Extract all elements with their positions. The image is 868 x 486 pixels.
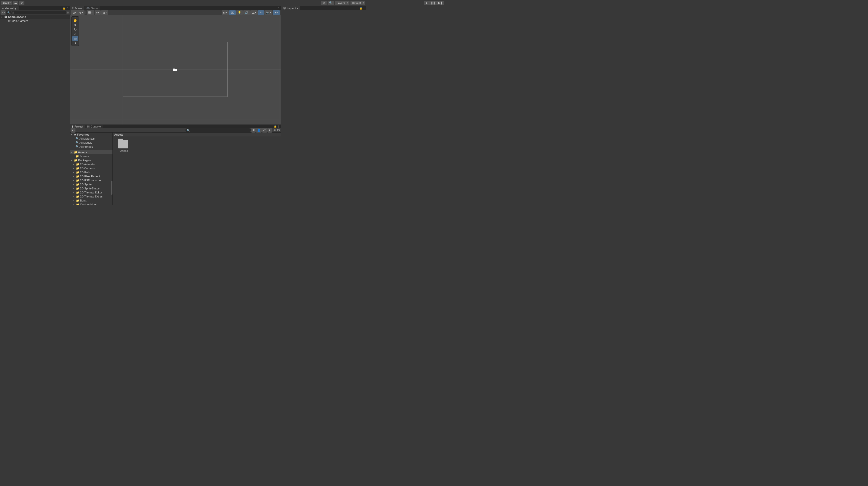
package-row[interactable]: ▸📁2D Tilemap Editor (70, 190, 113, 194)
grid-snap-button[interactable]: 𐄳▾ (87, 10, 94, 15)
rect-tool-button[interactable]: ▭ (72, 36, 78, 41)
package-row[interactable]: ▸📁Custom NUnit (70, 202, 113, 205)
expand-arrow-icon[interactable]: ▸ (73, 163, 75, 165)
camera-gizmo-icon[interactable] (173, 68, 177, 72)
lighting-button[interactable]: 💡 (236, 10, 243, 15)
kebab-icon[interactable]: ⋮ (277, 7, 280, 9)
handle-rotation-button[interactable]: ⊕▾ (78, 10, 85, 15)
scale-tool-button[interactable]: ⤢ (72, 32, 78, 36)
assets-row[interactable]: ▾ 📁 Assets (70, 150, 113, 154)
favorite-label: All Models (80, 141, 92, 144)
services-button[interactable]: ⚙ (19, 1, 24, 5)
snap-increment-button[interactable]: ⌗▾ (95, 10, 101, 15)
favorite-all-prefabs[interactable]: 🔍All Prefabs (70, 144, 113, 149)
lock-icon[interactable]: 🔓 (63, 7, 66, 9)
favorite-all-materials[interactable]: 🔍All Materials (70, 137, 113, 141)
gameobject-main-camera[interactable]: Main Camera (0, 19, 70, 23)
expand-arrow-icon[interactable]: ▾ (71, 159, 73, 162)
fx-button[interactable]: ☁▾ (250, 10, 258, 15)
folder-item-scenes[interactable]: Scenes (115, 139, 132, 154)
expand-arrow-icon[interactable]: ▸ (73, 203, 75, 205)
package-row[interactable]: ▸📁2D PSD Importer (70, 179, 113, 182)
debug-draw-button[interactable]: ◐▾ (222, 10, 229, 15)
expand-arrow-icon[interactable]: ▸ (73, 199, 75, 202)
rotate-tool-button[interactable]: ↻ (72, 27, 78, 32)
package-row[interactable]: ▸📁2D Animation (70, 162, 113, 166)
scene-menu-icon[interactable]: ⋮ (66, 15, 68, 19)
package-row[interactable]: ▸📁2D Sprite (70, 182, 113, 186)
lock-icon[interactable]: 🔓 (274, 125, 277, 128)
expand-arrow-icon[interactable]: ▾ (71, 134, 73, 136)
favorite-all-models[interactable]: 🔍All Models (70, 141, 113, 144)
package-row[interactable]: ▸📁2D Path (70, 170, 113, 174)
expand-arrow-icon[interactable]: ▾ (1, 16, 3, 18)
gizmos-button[interactable]: ✦▾ (273, 10, 280, 15)
tab-inspector[interactable]: ⓘ Inspector (281, 6, 300, 10)
package-row[interactable]: ▸📁2D SpriteShape (70, 186, 113, 190)
package-row[interactable]: ▸📁2D Pixel Perfect (70, 174, 113, 179)
scene-row[interactable]: ▾ SampleScene ⋮ (0, 15, 70, 19)
kebab-icon[interactable]: ⋮ (363, 7, 365, 9)
expand-arrow-icon[interactable]: ▸ (73, 191, 75, 194)
hand-tool-button[interactable]: ✋ (72, 18, 78, 23)
eye-off-icon: 👁 (274, 129, 276, 132)
hierarchy-search-input[interactable] (6, 10, 66, 14)
hidden-indicator[interactable]: 👁 23 (274, 129, 280, 132)
expand-arrow-icon[interactable]: ▸ (73, 167, 75, 169)
add-dropdown[interactable]: +▾ (1, 10, 5, 15)
visibility-button[interactable]: 👁 (258, 10, 264, 15)
breadcrumb[interactable]: Assets (113, 133, 281, 137)
lock-icon[interactable]: 🔓 (359, 7, 362, 9)
expand-arrow-icon[interactable]: ▸ (73, 180, 75, 182)
scene-viewport[interactable]: ═ ✋ ✥ ↻ ⤢ ▭ ✦ (70, 15, 281, 125)
move-tool-button[interactable]: ✥ (72, 23, 78, 27)
search-scope-button[interactable]: ⊞ (251, 128, 256, 133)
hierarchy-tree: ▾ SampleScene ⋮ Main Camera (0, 15, 70, 23)
label-filter-button[interactable]: 🏷 (262, 128, 267, 133)
lightbulb-icon: 💡 (238, 11, 241, 14)
package-row[interactable]: ▸📁2D Common (70, 166, 113, 170)
save-search-button[interactable]: ★ (268, 128, 272, 133)
packages-row[interactable]: ▾ 📁 Packages (70, 158, 113, 162)
folder-icon: 📁 (76, 171, 80, 174)
folder-grid[interactable]: Scenes (113, 137, 281, 205)
add-asset-dropdown[interactable]: +▾ (71, 128, 75, 133)
camera-button[interactable]: 📷▾ (265, 10, 273, 15)
audio-button[interactable]: 🔊 (243, 10, 250, 15)
layers-dropdown[interactable]: Layers (335, 1, 349, 5)
search-icon: 🔍 (7, 11, 10, 14)
favorites-row[interactable]: ▾ ★ Favorites (70, 133, 113, 137)
expand-arrow-icon[interactable]: ▾ (71, 151, 73, 154)
pivot-mode-button[interactable]: ⊡▾ (71, 10, 78, 15)
type-filter-button[interactable]: 👤 (256, 128, 262, 133)
expand-arrow-icon[interactable]: ▸ (73, 183, 75, 186)
tab-hierarchy[interactable]: ≡ Hierarchy (0, 6, 19, 10)
grid-visibility-button[interactable]: ▦▾ (101, 10, 108, 15)
tab-project[interactable]: ▮ Project (70, 125, 85, 128)
undo-history-button[interactable]: ↺ (321, 1, 327, 5)
transform-tool-button[interactable]: ✦ (72, 41, 78, 45)
cloud-button[interactable]: ☁ (12, 1, 19, 5)
global-search-button[interactable]: 🔍 (328, 1, 334, 5)
project-tree[interactable]: ▾ ★ Favorites 🔍All Materials 🔍All Models… (70, 133, 113, 205)
package-row[interactable]: ▸📁2D Tilemap Extras (70, 194, 113, 198)
kebab-icon[interactable]: ⋮ (277, 125, 280, 128)
tab-console[interactable]: ▤ Console (85, 125, 103, 128)
package-label: 2D Animation (80, 163, 96, 166)
inspector-tab-label: Inspector (287, 7, 298, 10)
expand-arrow-icon[interactable]: ▸ (73, 175, 75, 177)
expand-arrow-icon[interactable]: ▸ (73, 187, 75, 190)
tab-scene[interactable]: # Scene (70, 6, 84, 10)
kebab-icon[interactable]: ⋮ (66, 7, 69, 9)
tab-game[interactable]: 🎮 Game (84, 6, 100, 10)
scrollbar-thumb[interactable] (111, 181, 113, 195)
folder-scenes[interactable]: 📁Scenes (70, 154, 113, 158)
account-dropdown[interactable]: ◉ AD ▾ (1, 1, 12, 5)
scene-picker-icon[interactable]: ⊞ (67, 11, 69, 14)
2d-toggle-button[interactable]: 2D (229, 10, 236, 15)
layout-dropdown[interactable]: Default (350, 1, 365, 5)
project-search-input[interactable] (185, 128, 251, 132)
package-row[interactable]: ▸📁Burst (70, 198, 113, 202)
expand-arrow-icon[interactable]: ▸ (73, 195, 75, 198)
expand-arrow-icon[interactable]: ▸ (73, 171, 75, 173)
